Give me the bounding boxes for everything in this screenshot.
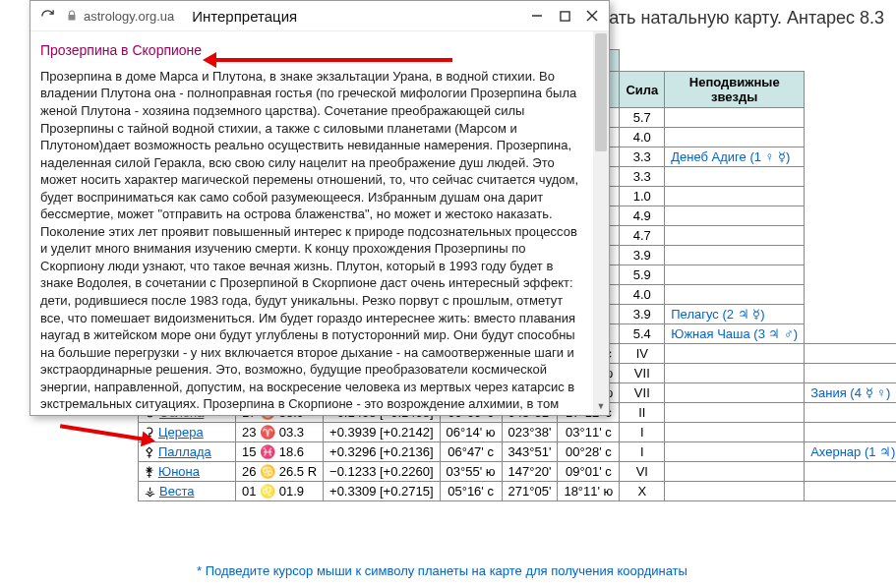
cell-star bbox=[805, 482, 896, 501]
popup-text: Прозерпина в доме Марса и Плутона, в зна… bbox=[40, 68, 579, 413]
cell-sila bbox=[665, 482, 805, 501]
cell-star: Ахернар (1 ♃) bbox=[805, 442, 896, 462]
cell-sila: 4.9 bbox=[620, 206, 665, 226]
cell-star: Пелагус (2 ♃ ☿) bbox=[665, 305, 805, 324]
cell-star bbox=[805, 364, 896, 383]
cell-lon: 26 ♋ 26.5 R bbox=[236, 462, 324, 482]
url-bar: astrology.org.ua bbox=[66, 9, 174, 24]
star-link[interactable]: Южная Чаша (3 ♃ ♂) bbox=[671, 326, 798, 341]
cell-sila: 1.0 bbox=[620, 187, 665, 206]
cell-sila: 3.9 bbox=[620, 305, 665, 324]
scrollbar[interactable]: ▲ ▼ bbox=[593, 31, 609, 415]
cell-dom: I bbox=[620, 442, 665, 462]
cell-sila: 3.3 bbox=[620, 167, 665, 187]
cell-star bbox=[805, 462, 896, 482]
cell-dec: 09°01' с bbox=[558, 462, 620, 482]
cell-lat: 06°14' ю bbox=[440, 423, 502, 442]
cell-lat: 03°55' ю bbox=[440, 462, 502, 482]
cell-sila: 5.7 bbox=[620, 108, 665, 128]
cell-star: Зания (4 ☿ ♀) bbox=[805, 383, 896, 403]
cell-dom: I bbox=[620, 423, 665, 442]
annotation-arrow-1 bbox=[207, 58, 452, 62]
planet-symbol-icon: ⚶ bbox=[145, 484, 155, 499]
reload-icon[interactable] bbox=[38, 7, 56, 25]
cell-sila: 5.9 bbox=[620, 265, 665, 285]
cell-dec: 03°11' с bbox=[558, 423, 620, 442]
scroll-thumb[interactable] bbox=[595, 33, 607, 151]
cell-star bbox=[665, 285, 805, 305]
cell-dec: 18°11' ю bbox=[558, 482, 620, 501]
cell-speed: +0.3309 [+0.2715] bbox=[324, 482, 441, 501]
cell-star bbox=[665, 246, 805, 265]
cell-sila bbox=[665, 344, 805, 364]
cell-dom: VII bbox=[620, 364, 665, 383]
star-link[interactable]: Пелагус (2 ♃ ☿) bbox=[671, 307, 764, 322]
cell-ra: 023°38' bbox=[502, 423, 558, 442]
cell-lon: 01 ♌ 01.9 bbox=[236, 482, 324, 501]
svg-rect-1 bbox=[560, 11, 568, 20]
cell-sila bbox=[665, 364, 805, 383]
cell-sila: 4.0 bbox=[620, 128, 665, 147]
table-row: ⚳Церера23 ♈ 03.3+0.3939 [+0.2142]06°14' … bbox=[139, 423, 897, 442]
popup-titlebar: astrology.org.ua Интерпретация bbox=[30, 1, 609, 31]
cell-dom: X bbox=[620, 482, 665, 501]
cell-dom: IV bbox=[620, 344, 665, 364]
cell-star bbox=[665, 187, 805, 206]
cell-dom: VII bbox=[620, 383, 665, 403]
cell-sila: 3.9 bbox=[620, 246, 665, 265]
maximize-button[interactable] bbox=[556, 7, 573, 25]
cell-speed: +0.3939 [+0.2142] bbox=[324, 423, 441, 442]
popup-content: Прозерпина в Скорпионе Прозерпина в доме… bbox=[30, 31, 593, 415]
star-link[interactable]: Ахернар (1 ♃) bbox=[810, 444, 895, 459]
cell-star: Денеб Адиге (1 ♀ ☿) bbox=[665, 147, 805, 167]
cell-sila bbox=[665, 403, 805, 423]
cell-star bbox=[665, 265, 805, 285]
cell-sila bbox=[665, 442, 805, 462]
cell-sila bbox=[665, 423, 805, 442]
planet-link[interactable]: Церера bbox=[158, 425, 204, 440]
cell-star bbox=[665, 167, 805, 187]
star-link[interactable]: Денеб Адиге (1 ♀ ☿) bbox=[671, 149, 790, 164]
cell-lat: 06°47' с bbox=[440, 442, 502, 462]
cell-sila bbox=[665, 462, 805, 482]
planet-link[interactable]: Паллада bbox=[158, 444, 211, 459]
table-row: ⚵Юнона26 ♋ 26.5 R−0.1233 [+0.2260]03°55'… bbox=[139, 462, 897, 482]
cell-sila: 4.0 bbox=[620, 285, 665, 305]
cell-star bbox=[805, 344, 896, 364]
cell-lon: 15 ♓ 18.6 bbox=[236, 442, 324, 462]
cell-planet: ⚵Юнона bbox=[139, 462, 236, 482]
lock-icon bbox=[66, 10, 78, 22]
cell-dom: VI bbox=[620, 462, 665, 482]
cell-speed: −0.1233 [+0.2260] bbox=[324, 462, 441, 482]
cell-speed: +0.3296 [+0.2136] bbox=[324, 442, 441, 462]
star-link[interactable]: Зания (4 ☿ ♀) bbox=[810, 385, 890, 400]
planet-symbol-icon: ⚵ bbox=[145, 464, 154, 479]
cell-lon: 23 ♈ 03.3 bbox=[236, 423, 324, 442]
cell-ra: 147°20' bbox=[502, 462, 558, 482]
cell-ra: 343°51' bbox=[502, 442, 558, 462]
col-sila: Сила bbox=[620, 72, 665, 108]
cell-star bbox=[805, 403, 896, 423]
interpretation-popup: astrology.org.ua Интерпретация Прозерпин… bbox=[30, 0, 610, 416]
scroll-down-icon[interactable]: ▼ bbox=[593, 401, 609, 415]
cell-dec: 00°28' с bbox=[558, 442, 620, 462]
planet-link[interactable]: Юнона bbox=[158, 464, 200, 479]
footnote: * Подведите курсор мыши к символу планет… bbox=[197, 563, 687, 578]
cell-star bbox=[665, 226, 805, 246]
minimize-button[interactable] bbox=[528, 7, 546, 25]
cell-star bbox=[665, 128, 805, 147]
cell-star bbox=[665, 206, 805, 226]
cell-star: Южная Чаша (3 ♃ ♂) bbox=[665, 324, 805, 344]
cell-star bbox=[665, 108, 805, 128]
cell-lat: 05°16' с bbox=[440, 482, 502, 501]
col-stars: Неподвижные звезды bbox=[665, 72, 805, 108]
cell-dom: II bbox=[620, 403, 665, 423]
popup-window-title: Интерпретация bbox=[192, 8, 297, 25]
table-row: ⚴Паллада15 ♓ 18.6+0.3296 [+0.2136]06°47'… bbox=[139, 442, 897, 462]
cell-sila: 3.3 bbox=[620, 147, 665, 167]
cell-sila: 4.7 bbox=[620, 226, 665, 246]
table-row: ⚶Веста01 ♌ 01.9+0.3309 [+0.2715]05°16' с… bbox=[139, 482, 897, 501]
cell-sila bbox=[665, 383, 805, 403]
planet-link[interactable]: Веста bbox=[159, 484, 194, 499]
close-button[interactable] bbox=[583, 7, 601, 25]
